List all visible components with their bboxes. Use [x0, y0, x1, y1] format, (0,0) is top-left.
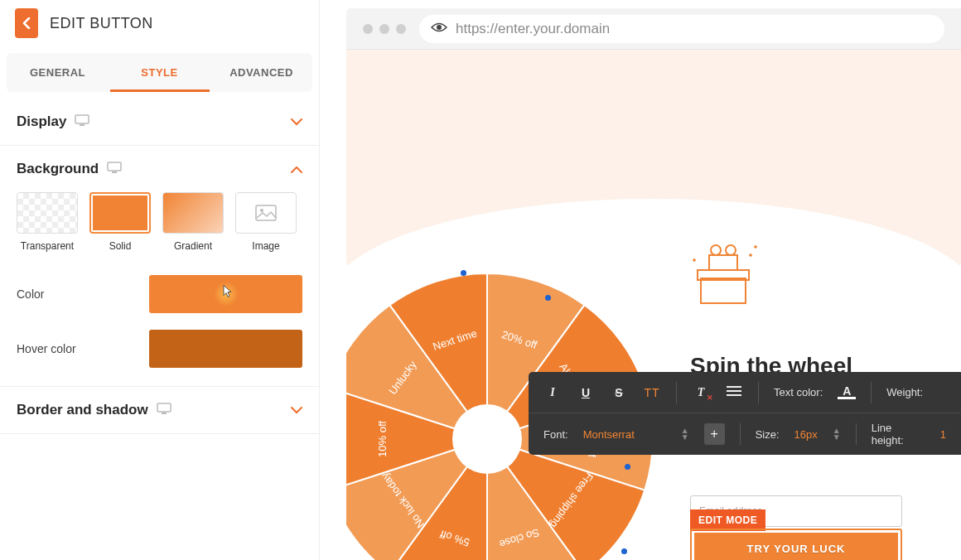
desktop-icon [107, 162, 122, 177]
section-label: Background [17, 161, 99, 177]
window-dot [363, 24, 373, 34]
bg-option-image[interactable]: Image [235, 192, 297, 252]
font-stepper[interactable]: ▲▼ [681, 427, 689, 441]
preview-canvas: Spin the wheel and win 20% offAlmost25% … [346, 50, 961, 560]
font-label: Font: [543, 428, 568, 441]
solid-swatch [89, 192, 151, 234]
panel-title: EDIT BUTTON [50, 15, 153, 32]
section-head-background[interactable]: Background [0, 146, 319, 192]
section-display: Display [0, 99, 319, 146]
svg-text:10% off: 10% off [376, 421, 389, 457]
svg-rect-9 [701, 278, 746, 303]
italic-button[interactable]: I [543, 386, 562, 399]
svg-point-5 [260, 209, 263, 212]
window-dot [396, 24, 406, 34]
bg-option-transparent[interactable]: Transparent [17, 192, 78, 252]
svg-rect-1 [80, 124, 85, 126]
chevron-down-icon [291, 403, 302, 418]
selection-handle[interactable] [461, 270, 466, 276]
align-button[interactable] [725, 385, 743, 400]
svg-rect-4 [256, 205, 276, 220]
tab-advanced[interactable]: ADVANCED [210, 53, 312, 92]
try-your-luck-button[interactable]: TRY YOUR LUCK [694, 533, 898, 560]
section-label: Border and shadow [17, 402, 148, 418]
selection-handle[interactable] [621, 548, 627, 554]
chevron-left-icon [22, 17, 31, 29]
bg-option-solid[interactable]: Solid [89, 192, 151, 252]
section-head-display[interactable]: Display [0, 99, 319, 145]
selection-handle[interactable] [625, 464, 630, 470]
url-bar[interactable]: https://enter.your.domain [419, 15, 944, 43]
strikethrough-button[interactable]: S [610, 386, 628, 399]
svg-rect-11 [709, 255, 737, 270]
hover-color-label: Hover color [17, 342, 149, 355]
svg-rect-3 [112, 171, 117, 173]
highlight-circle [214, 282, 239, 307]
text-transform-button[interactable]: TT [643, 386, 661, 399]
text-toolbar: I U S TT T✕ Text color: A Weight: Font: … [529, 372, 961, 455]
preview-pane: https://enter.your.domain Spin the wheel… [346, 8, 961, 560]
size-value[interactable]: 16px [794, 428, 818, 441]
text-color-button[interactable]: A [838, 385, 856, 399]
color-picker[interactable] [149, 275, 302, 313]
svg-point-12 [711, 245, 721, 255]
bg-label: Image [235, 240, 297, 252]
underline-button[interactable]: U [577, 386, 595, 399]
back-button[interactable] [15, 8, 38, 38]
chevron-down-icon [291, 114, 302, 129]
color-row: Color [0, 267, 319, 321]
separator [856, 423, 857, 445]
svg-rect-0 [75, 115, 89, 123]
browser-chrome: https://enter.your.domain [346, 8, 961, 50]
svg-rect-2 [108, 162, 121, 171]
tab-bar: GENERAL STYLE ADVANCED [7, 53, 312, 92]
separator [676, 382, 677, 403]
lineheight-label: Line height: [872, 422, 925, 447]
transparent-swatch [17, 192, 78, 234]
svg-point-13 [726, 245, 736, 255]
sidebar-header: EDIT BUTTON [0, 0, 319, 46]
svg-rect-7 [162, 413, 167, 414]
svg-rect-6 [157, 403, 171, 412]
background-type-options: Transparent Solid Gradient Image [0, 192, 319, 267]
try-button-selection[interactable]: TRY YOUR LUCK [690, 529, 902, 560]
section-label: Display [17, 113, 66, 130]
size-stepper[interactable]: ▲▼ [833, 427, 841, 441]
desktop-icon [75, 114, 89, 130]
desktop-icon [157, 403, 171, 418]
window-controls [363, 24, 406, 34]
svg-point-24 [452, 404, 522, 474]
section-border: Border and shadow [0, 387, 319, 434]
separator [740, 423, 741, 445]
tab-general[interactable]: GENERAL [7, 53, 109, 92]
add-font-button[interactable]: + [704, 423, 725, 445]
hover-color-picker[interactable] [149, 330, 302, 368]
section-background: Background Transparent Solid Gradient [0, 146, 319, 387]
section-head-border[interactable]: Border and shadow [0, 387, 319, 433]
chevron-up-icon [291, 162, 302, 176]
clear-format-button[interactable]: T✕ [692, 386, 710, 399]
bg-option-gradient[interactable]: Gradient [162, 192, 224, 252]
lineheight-value[interactable]: 1 [940, 428, 946, 441]
selection-handle[interactable] [545, 295, 551, 301]
toolbar-row-font: Font: Montserrat ▲▼ + Size: 16px ▲▼ Line… [529, 413, 961, 455]
image-swatch [235, 192, 297, 234]
eye-icon [431, 21, 447, 37]
color-label: Color [17, 287, 149, 301]
gradient-swatch [162, 192, 224, 234]
wave-background [346, 50, 961, 265]
sidebar: EDIT BUTTON GENERAL STYLE ADVANCED Displ… [0, 0, 320, 560]
text-color-label: Text color: [774, 386, 823, 398]
toolbar-row-formatting: I U S TT T✕ Text color: A Weight: [529, 372, 961, 413]
size-label: Size: [756, 428, 780, 441]
separator [758, 382, 759, 403]
tab-style[interactable]: STYLE [109, 53, 210, 92]
url-text: https://enter.your.domain [456, 21, 610, 37]
svg-point-8 [437, 25, 442, 30]
font-value[interactable]: Montserrat [583, 428, 666, 441]
gift-icon [686, 240, 761, 318]
bg-label: Gradient [162, 240, 224, 252]
window-dot [379, 24, 389, 34]
weight-label: Weight: [886, 386, 923, 398]
separator [871, 382, 872, 403]
